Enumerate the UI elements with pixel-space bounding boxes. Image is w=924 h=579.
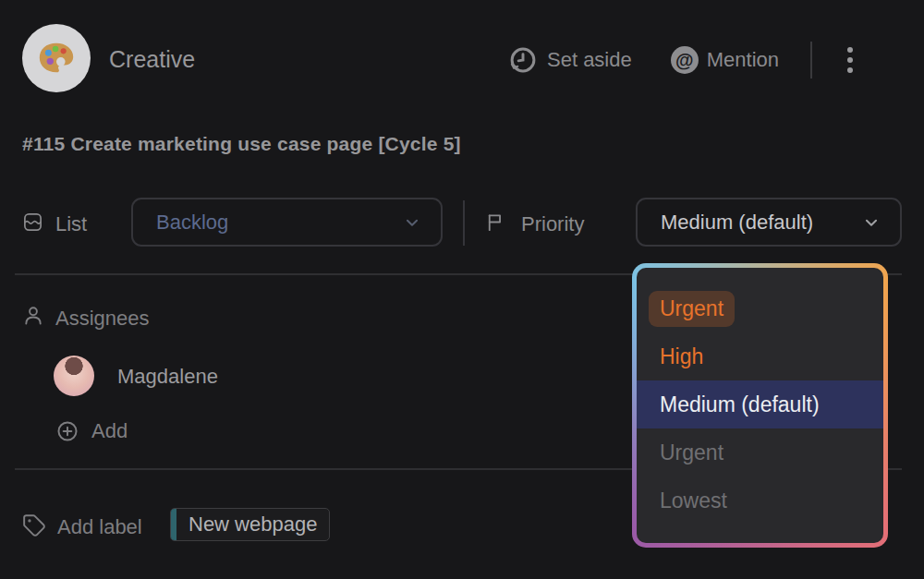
mention-label: Mention: [707, 48, 779, 72]
priority-option-lowest[interactable]: Lowest: [637, 476, 883, 525]
priority-option-high[interactable]: High: [637, 332, 883, 380]
label-chip[interactable]: New webpage: [170, 508, 330, 541]
chevron-down-icon: [861, 212, 881, 233]
chevron-down-icon: [402, 212, 422, 233]
kebab-menu-icon[interactable]: [840, 43, 860, 77]
assignee-avatar[interactable]: [54, 356, 94, 396]
priority-dropdown: Urgent High Medium (default) Urgent Lowe…: [632, 263, 888, 548]
priority-select[interactable]: Medium (default): [636, 198, 902, 247]
tag-icon: [22, 513, 46, 537]
task-detail-view: Creative Set aside @ Mention #115 Create…: [0, 0, 924, 579]
list-select[interactable]: Backlog: [131, 198, 443, 247]
workspace-avatar[interactable]: [22, 24, 91, 92]
at-sign-icon: @: [671, 46, 699, 74]
priority-dropdown-panel: Urgent High Medium (default) Urgent Lowe…: [637, 268, 883, 543]
assignee-name: Magdalene: [117, 365, 218, 389]
workspace-name: Creative: [109, 46, 195, 73]
palette-icon: [35, 37, 78, 79]
clock-snooze-icon: [507, 44, 539, 76]
add-assignee-label: Add: [91, 419, 128, 443]
priority-option-medium-default[interactable]: Medium (default): [637, 380, 883, 428]
add-label-button[interactable]: Add label: [57, 515, 142, 539]
plus-circle-icon: [55, 419, 79, 443]
list-select-value: Backlog: [133, 211, 402, 235]
task-title[interactable]: #115 Create marketing use case page [Cyc…: [22, 133, 461, 155]
priority-option-urgent[interactable]: Urgent: [637, 284, 883, 332]
header-actions: Set aside @ Mention: [507, 42, 860, 78]
mention-button[interactable]: @ Mention: [671, 46, 779, 74]
header-divider: [810, 42, 812, 78]
assignees-label: Assignees: [55, 307, 150, 331]
set-aside-label: Set aside: [547, 48, 632, 72]
priority-select-value: Medium (default): [638, 211, 861, 235]
priority-property-label: Priority: [521, 212, 584, 236]
priority-option-urgent-2[interactable]: Urgent: [637, 428, 883, 476]
add-assignee-button[interactable]: Add: [55, 419, 128, 443]
list-property-label: List: [55, 212, 87, 236]
set-aside-button[interactable]: Set aside: [507, 44, 632, 76]
flag-icon: [484, 211, 505, 233]
properties-divider: [463, 200, 465, 246]
list-icon: [22, 211, 43, 233]
person-icon: [22, 305, 44, 327]
label-chip-text: New webpage: [176, 509, 329, 540]
